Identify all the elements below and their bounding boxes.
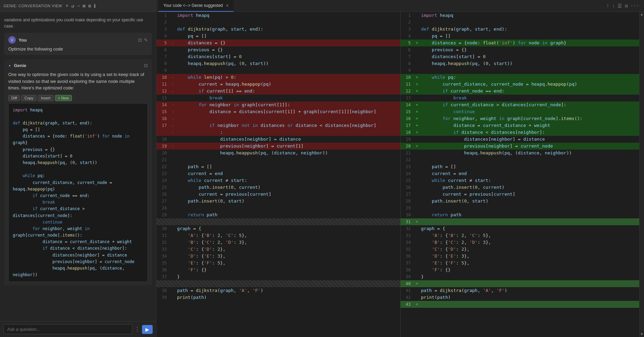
table-row: 25 while current ≠ start: — [401, 177, 640, 184]
table-row: 10 + while pq: — [401, 74, 640, 81]
table-row: 3def dijkstra(graph, start, end): — [401, 26, 640, 33]
table-row: 25 path.insert(0, current) — [156, 184, 400, 191]
add-icon[interactable]: + — [66, 3, 68, 9]
table-row: 33 'C': {'D': 2}, — [156, 246, 400, 253]
table-row: 24 while current ≠ start: — [156, 177, 400, 184]
tab-item-active[interactable]: Your code <--> Genie suggested × — [159, 0, 233, 12]
scroll-down-icon[interactable]: ▼ — [641, 333, 643, 336]
table-row: 20 + previous[neighbor] = current_node — [401, 143, 640, 150]
table-row: 22 path = [] — [156, 163, 400, 170]
table-row: 20 heapq.heappush(pq, (distance, neighbo… — [156, 150, 400, 156]
table-row: 36 'F': {} — [156, 267, 400, 273]
table-row: 4 pq = [] — [156, 33, 400, 40]
table-row: 18 + if distance < distances[neighbor]: — [401, 129, 640, 136]
table-row: 7 distances[start] = 0 — [156, 53, 400, 60]
more-icon[interactable]: ··· — [631, 3, 639, 9]
code-toolbar: Diff Copy Insert + New — [8, 95, 148, 101]
user-copy-icon[interactable]: ✎ — [144, 37, 148, 43]
table-row: 2 — [401, 19, 640, 26]
table-row: 10 - while len(pq) > 0: — [156, 74, 400, 81]
right-panels: Your code <--> Genie suggested × ↑ ↓ ☰ ⊡… — [156, 0, 644, 337]
table-row: 26 current = previous[current] — [156, 191, 400, 198]
chat-send-button[interactable]: ▶ — [142, 325, 153, 334]
genie-name: Genie — [14, 63, 26, 68]
table-row: 27 path.insert(0, start) — [156, 198, 400, 205]
scroll-up-icon[interactable]: ▲ — [641, 13, 643, 17]
table-row: 2 — [156, 19, 400, 26]
table-row: 15 + continue — [401, 108, 640, 115]
table-row: 19 distances[neighbor] = distance — [401, 136, 640, 143]
tab-right-icons: ↑ ↓ ☰ ⊡ ··· — [607, 3, 642, 9]
right-scroll-indicator: ▲ ▼ — [639, 12, 644, 337]
insert-button[interactable]: Insert — [38, 95, 54, 101]
genie-message-header: ✦ Genie ⊡ — [8, 63, 148, 68]
table-row: 24 current = end — [401, 170, 640, 177]
new-button[interactable]: + New — [55, 95, 72, 101]
genie-copy-btn[interactable]: ⊡ — [144, 63, 148, 68]
refresh-icon[interactable]: ↺ — [71, 3, 74, 9]
table-row: 28 path.insert(0, start) — [401, 198, 640, 205]
table-row: 35 'C': {'D': 2}, — [401, 246, 640, 253]
table-row: 8 heapq.heappush(pq, (0, start)) — [401, 60, 640, 67]
separator-line — [156, 218, 400, 225]
user-message-text: Optimize the following code — [8, 46, 148, 52]
table-row: 5 + distances = {node: float('inf') for … — [401, 40, 640, 46]
table-row: 7 distances[start] = 0 — [401, 53, 640, 60]
arrow-down-icon[interactable]: ↓ — [612, 3, 615, 9]
grid-icon[interactable]: ⊞ — [83, 3, 85, 9]
table-row: 29 — [401, 205, 640, 211]
table-row: 41path = dijkstra(graph, 'A', 'F') — [401, 287, 640, 294]
info-icon[interactable]: ℹ — [94, 3, 96, 9]
user-edit-icon[interactable]: ⊡ — [138, 37, 142, 43]
table-row: 17 + distance = current_distance + weigh… — [401, 122, 640, 129]
chat-menu-button[interactable]: ⋮ — [134, 326, 140, 333]
table-row: 11 - current = heapq.heappop(pq) — [156, 81, 400, 88]
menu-icon[interactable]: ☰ — [618, 3, 622, 9]
table-row: 34 'D': {'E': 3}, — [156, 253, 400, 260]
right-diff-panel: 1import heapq 2 3def dijkstra(graph, sta… — [401, 12, 644, 337]
right-code-area[interactable]: 1import heapq 2 3def dijkstra(graph, sta… — [401, 12, 640, 337]
table-row: - : — [156, 129, 400, 136]
table-row: 39print(path) — [156, 294, 400, 301]
user-message-header: U You ⊡ ✎ — [8, 36, 148, 44]
table-row: 14 - for neighbor in graph[current[1]]: — [156, 101, 400, 108]
table-row: 38path = dijkstra(graph, 'A', 'F') — [156, 287, 400, 294]
tab-bar: Your code <--> Genie suggested × ↑ ↓ ☰ ⊡… — [156, 0, 644, 12]
diff-button[interactable]: Diff — [8, 95, 20, 101]
table-row: 5 - distances = {} — [156, 40, 400, 46]
table-row: 22 — [401, 156, 640, 163]
table-row: 28 — [156, 205, 400, 211]
copy-button[interactable]: Copy — [21, 95, 36, 101]
forward-icon[interactable]: → — [77, 3, 80, 9]
table-row: 37 'E': {'F': 5}, — [401, 260, 640, 267]
table-row: 21 heapq.heappush(pq, (distance, neighbo… — [401, 150, 640, 156]
table-row: 35 'E': {'F': 5}, — [156, 260, 400, 267]
separator-line — [156, 280, 400, 287]
header-icons: + ↺ → ⊞ ⚙ ℹ — [66, 3, 96, 9]
table-row: 42print(path) — [401, 294, 640, 301]
table-row: 11 + current_distance, current_node = he… — [401, 81, 640, 88]
table-row: 19 - previous[neighbor] = current[1] — [156, 143, 400, 150]
table-row: 17 - if neighbor not in distances or dis… — [156, 122, 400, 129]
left-diff-panel: 1 import heapq 2 3 — [156, 12, 401, 337]
chat-messages: variations and optimizations you could m… — [0, 12, 156, 321]
table-row: 18 distances[neighbor] = distance — [156, 136, 400, 143]
table-row: 1 import heapq — [156, 12, 400, 19]
table-row: 6 previous = {} — [401, 46, 640, 53]
arrow-up-icon[interactable]: ↑ — [607, 3, 609, 9]
table-row: 21 — [156, 156, 400, 163]
left-code-area[interactable]: 1 import heapq 2 3 — [156, 12, 400, 337]
diff-panels-container: 1 import heapq 2 3 — [156, 12, 644, 337]
table-row: 14 + if current_distance > distances[cur… — [401, 101, 640, 108]
table-row: 43 + — [401, 301, 640, 308]
table-row: 23 path = [] — [401, 163, 640, 170]
table-row: 9 — [156, 67, 400, 74]
layout-icon[interactable]: ⊡ — [625, 3, 627, 9]
tab-close-icon[interactable]: × — [226, 3, 229, 8]
table-row: 33 'A': {'B': 2, 'C': 5}, — [401, 232, 640, 239]
chat-input[interactable] — [3, 324, 132, 334]
genie-panel-header: GENIE: CONVERSATION VIEW + ↺ → ⊞ ⚙ ℹ — [0, 0, 156, 12]
table-row: 16 - — [156, 115, 400, 122]
table-row: 1import heapq — [401, 12, 640, 19]
gear-icon[interactable]: ⚙ — [88, 3, 91, 9]
